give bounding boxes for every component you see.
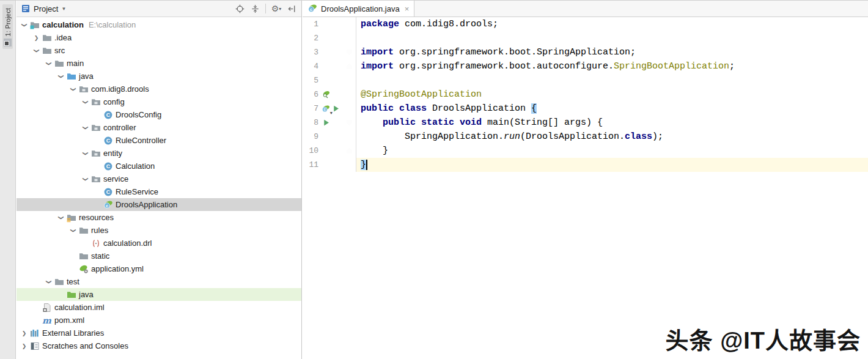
chevron-expanded-icon[interactable]: ❯ (70, 225, 76, 235)
tree-item-rules[interactable]: ❯rules (17, 224, 301, 237)
tree-item-label: java (79, 290, 94, 299)
tree-item-external-libraries[interactable]: ❯External Libraries (17, 327, 301, 339)
fold-marker-icon[interactable] (347, 50, 352, 55)
tree-item-calculation-iml[interactable]: calculation.iml (17, 301, 301, 314)
chevron-expanded-icon[interactable]: ❯ (58, 71, 64, 81)
chevron-expanded-icon[interactable]: ❯ (83, 148, 89, 158)
project-tool-window-button[interactable]: 1: Project (2, 4, 13, 49)
folder-icon (42, 33, 52, 43)
tree-item-config[interactable]: ❯config (17, 95, 301, 108)
tree-item-controller[interactable]: ❯controller (17, 121, 301, 134)
tree-item-label: java (79, 72, 94, 81)
code-line-text[interactable]: } (356, 144, 868, 158)
gutter: 8 (303, 116, 356, 130)
settings-icon[interactable]: ⚙▾ (270, 2, 282, 15)
class-icon: C (103, 136, 113, 146)
tree-item-label: External Libraries (42, 328, 104, 338)
fold-marker-icon[interactable] (347, 148, 352, 154)
code-line-text[interactable]: @SpringBootApplication (356, 87, 868, 102)
fold-strip (345, 148, 353, 154)
iml-icon (42, 303, 52, 313)
run-icon[interactable] (331, 105, 340, 113)
fold-strip (345, 64, 353, 69)
tree-item-label: Scratches and Consoles (42, 341, 128, 350)
tree-item-java[interactable]: java (17, 288, 301, 301)
tree-item-scratches-and-consoles[interactable]: ❯Scratches and Consoles (17, 339, 301, 352)
chevron-expanded-icon[interactable]: ❯ (70, 84, 76, 94)
chevron-expanded-icon[interactable]: ❯ (46, 276, 52, 287)
collapse-all-icon[interactable] (249, 2, 261, 15)
chevron-collapsed-icon[interactable]: ❯ (31, 35, 42, 41)
fold-marker-icon[interactable] (347, 64, 352, 69)
code-line-text[interactable]: public class DroolsApplication { (356, 102, 868, 116)
editor-line-2: 2 (303, 31, 868, 45)
chevron-expanded-icon[interactable]: ❯ (83, 97, 89, 107)
chevron-collapsed-icon[interactable]: ❯ (19, 330, 29, 336)
tree-item-ruleservice[interactable]: CRuleService (17, 185, 301, 198)
close-icon[interactable]: × (405, 5, 410, 13)
tree-item-label: main (67, 59, 84, 68)
chevron-expanded-icon[interactable]: ❯ (21, 20, 28, 30)
tree-item-resources[interactable]: ❯resources (17, 211, 301, 224)
spring-bean-icon[interactable] (322, 91, 330, 99)
chevron-collapsed-icon[interactable]: ❯ (19, 343, 29, 349)
project-tool-window-icon (4, 39, 12, 46)
tree-item-label: RuleController (116, 136, 166, 145)
chevron-expanded-icon[interactable]: ❯ (83, 122, 89, 133)
tree-item-com-idig8-drools[interactable]: ❯com.idig8.drools (17, 83, 301, 95)
tab-droolsapplication-java[interactable]: c DroolsApplication.java × (303, 1, 414, 17)
libs-icon (29, 328, 40, 338)
tree-item-label: resources (79, 213, 114, 222)
tree-item-main[interactable]: ❯main (17, 57, 301, 70)
tree-item-test[interactable]: ❯test (17, 275, 301, 288)
code-editor[interactable]: 1package com.idig8.drools;23import org.s… (303, 17, 868, 172)
line-number: 3 (303, 48, 318, 57)
tab-title: DroolsApplication.java (321, 4, 400, 13)
tree-item-idea[interactable]: ❯.idea (17, 31, 301, 44)
tree-item-droolsapplication[interactable]: cDroolsApplication (17, 198, 301, 211)
chevron-expanded-icon[interactable]: ❯ (46, 58, 52, 68)
run-icon[interactable] (322, 119, 330, 127)
chevron-expanded-icon[interactable]: ❯ (34, 45, 40, 56)
gutter-icons: c▼ (318, 105, 345, 113)
chevron-down-icon[interactable]: ▼ (61, 6, 66, 12)
code-line-text[interactable]: public static void main(String[] args) { (356, 116, 868, 130)
fold-marker-icon[interactable] (347, 120, 352, 125)
tree-item-label: DroolsApplication (116, 200, 177, 209)
tree-item-calculation[interactable]: CCalculation (17, 160, 301, 172)
editor-line-11: 11} (303, 158, 868, 172)
tree-item-java[interactable]: ❯java (17, 70, 301, 83)
chevron-expanded-icon[interactable]: ❯ (83, 174, 89, 184)
hide-panel-icon[interactable] (285, 2, 298, 15)
project-panel-header: Project ▼ ⚙▾ (17, 1, 301, 17)
code-line-text[interactable]: } (356, 158, 868, 172)
editor-line-3: 3import org.springframework.boot.SpringA… (303, 45, 868, 59)
gutter: 2 (303, 31, 356, 45)
locate-icon[interactable] (234, 2, 246, 15)
tree-item-service[interactable]: ❯service (17, 172, 301, 185)
tree-item-calculation[interactable]: ❯calculationE:\calculation (17, 18, 301, 31)
line-number: 7 (303, 104, 318, 113)
folder-root-icon (29, 20, 40, 30)
code-line-text[interactable]: import org.springframework.boot.autoconf… (356, 59, 868, 73)
code-line-text[interactable]: package com.idig8.drools; (356, 17, 868, 31)
tree-item-rulecontroller[interactable]: CRuleController (17, 134, 301, 147)
springboot-class-icon[interactable]: c▼ (322, 105, 330, 113)
editor-line-1: 1package com.idig8.drools; (303, 17, 868, 31)
tree-item-label: config (103, 97, 125, 106)
line-number: 11 (303, 160, 318, 169)
springboot-class-icon: c (307, 4, 317, 13)
tree-item-src[interactable]: ❯src (17, 44, 301, 57)
tree-item-pom-xml[interactable]: mpom.xml (17, 314, 301, 327)
tree-item-entity[interactable]: ❯entity (17, 147, 301, 160)
code-line-text[interactable]: import org.springframework.boot.SpringAp… (356, 45, 868, 59)
project-panel-title: Project (34, 4, 58, 13)
tree-item-droolsconfig[interactable]: CDroolsConfig (17, 108, 301, 121)
tree-item-application-yml[interactable]: application.yml (17, 262, 301, 275)
tree-item-path: E:\calculation (89, 20, 136, 29)
svg-text:c: c (324, 107, 326, 111)
tree-item-static[interactable]: static (17, 250, 301, 262)
code-line-text[interactable]: SpringApplication.run(DroolsApplication.… (356, 130, 868, 144)
chevron-expanded-icon[interactable]: ❯ (58, 212, 64, 223)
tree-item-calculation-drl[interactable]: calculation.drl (17, 237, 301, 250)
